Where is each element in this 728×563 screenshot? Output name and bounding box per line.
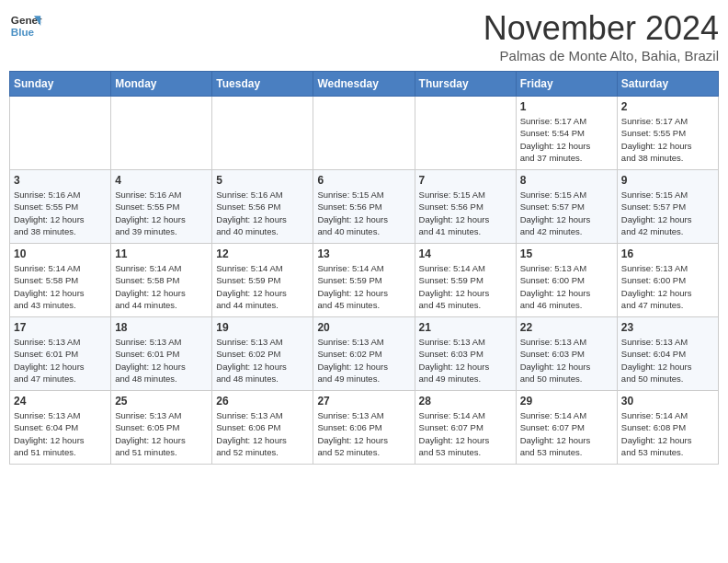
- calendar-cell: 10Sunrise: 5:14 AM Sunset: 5:58 PM Dayli…: [10, 244, 111, 317]
- weekday-header: Tuesday: [212, 72, 313, 97]
- day-number: 29: [520, 395, 613, 408]
- calendar-cell: 25Sunrise: 5:13 AM Sunset: 6:05 PM Dayli…: [111, 391, 212, 465]
- day-number: 4: [115, 174, 208, 187]
- month-title: November 2024: [483, 9, 719, 48]
- day-number: 1: [520, 100, 613, 113]
- calendar-cell: 11Sunrise: 5:14 AM Sunset: 5:58 PM Dayli…: [111, 244, 212, 317]
- svg-text:Blue: Blue: [11, 26, 35, 38]
- calendar-cell: [111, 97, 212, 170]
- day-info: Sunrise: 5:15 AM Sunset: 5:56 PM Dayligh…: [419, 189, 512, 237]
- calendar-cell: 21Sunrise: 5:13 AM Sunset: 6:03 PM Dayli…: [415, 317, 516, 391]
- calendar-cell: 14Sunrise: 5:14 AM Sunset: 5:59 PM Dayli…: [415, 244, 516, 317]
- day-info: Sunrise: 5:13 AM Sunset: 6:02 PM Dayligh…: [216, 336, 309, 385]
- day-number: 11: [115, 247, 208, 260]
- day-info: Sunrise: 5:14 AM Sunset: 5:58 PM Dayligh…: [115, 262, 208, 311]
- day-info: Sunrise: 5:16 AM Sunset: 5:55 PM Dayligh…: [115, 189, 208, 237]
- calendar-cell: 6Sunrise: 5:15 AM Sunset: 5:56 PM Daylig…: [313, 170, 415, 244]
- day-number: 25: [115, 395, 208, 408]
- calendar-cell: 9Sunrise: 5:15 AM Sunset: 5:57 PM Daylig…: [617, 170, 718, 244]
- day-info: Sunrise: 5:13 AM Sunset: 6:06 PM Dayligh…: [317, 409, 410, 458]
- calendar-cell: 8Sunrise: 5:15 AM Sunset: 5:57 PM Daylig…: [516, 170, 617, 244]
- logo: General Blue: [9, 9, 42, 42]
- day-number: 17: [14, 321, 107, 334]
- calendar-cell: 4Sunrise: 5:16 AM Sunset: 5:55 PM Daylig…: [111, 170, 212, 244]
- calendar-week-row: 10Sunrise: 5:14 AM Sunset: 5:58 PM Dayli…: [10, 244, 719, 317]
- page-header: General Blue November 2024 Palmas de Mon…: [9, 9, 719, 63]
- calendar-cell: 27Sunrise: 5:13 AM Sunset: 6:06 PM Dayli…: [313, 391, 415, 465]
- day-number: 27: [317, 395, 410, 408]
- calendar-cell: 16Sunrise: 5:13 AM Sunset: 6:00 PM Dayli…: [617, 244, 718, 317]
- calendar-week-row: 1Sunrise: 5:17 AM Sunset: 5:54 PM Daylig…: [10, 97, 719, 170]
- calendar-cell: [10, 97, 111, 170]
- weekday-header: Friday: [516, 72, 617, 97]
- day-info: Sunrise: 5:13 AM Sunset: 6:04 PM Dayligh…: [621, 336, 714, 385]
- calendar-cell: 23Sunrise: 5:13 AM Sunset: 6:04 PM Dayli…: [617, 317, 718, 391]
- calendar-cell: 15Sunrise: 5:13 AM Sunset: 6:00 PM Dayli…: [516, 244, 617, 317]
- day-info: Sunrise: 5:13 AM Sunset: 6:03 PM Dayligh…: [520, 336, 613, 385]
- calendar-cell: 18Sunrise: 5:13 AM Sunset: 6:01 PM Dayli…: [111, 317, 212, 391]
- calendar-week-row: 24Sunrise: 5:13 AM Sunset: 6:04 PM Dayli…: [10, 391, 719, 465]
- title-section: November 2024 Palmas de Monte Alto, Bahi…: [483, 9, 719, 63]
- day-info: Sunrise: 5:13 AM Sunset: 6:01 PM Dayligh…: [14, 336, 107, 385]
- day-info: Sunrise: 5:14 AM Sunset: 5:58 PM Dayligh…: [14, 262, 107, 311]
- day-number: 9: [621, 174, 714, 187]
- calendar-cell: 24Sunrise: 5:13 AM Sunset: 6:04 PM Dayli…: [10, 391, 111, 465]
- day-info: Sunrise: 5:14 AM Sunset: 6:07 PM Dayligh…: [419, 409, 512, 458]
- weekday-header-row: SundayMondayTuesdayWednesdayThursdayFrid…: [10, 72, 719, 97]
- day-number: 16: [621, 247, 714, 260]
- weekday-header: Wednesday: [313, 72, 415, 97]
- calendar-cell: 30Sunrise: 5:14 AM Sunset: 6:08 PM Dayli…: [617, 391, 718, 465]
- day-info: Sunrise: 5:14 AM Sunset: 6:07 PM Dayligh…: [520, 409, 613, 458]
- weekday-header: Sunday: [10, 72, 111, 97]
- calendar-cell: [313, 97, 415, 170]
- calendar-cell: 19Sunrise: 5:13 AM Sunset: 6:02 PM Dayli…: [212, 317, 313, 391]
- day-number: 14: [419, 247, 512, 260]
- day-number: 3: [14, 174, 107, 187]
- calendar-cell: [212, 97, 313, 170]
- day-info: Sunrise: 5:15 AM Sunset: 5:56 PM Dayligh…: [317, 189, 410, 237]
- day-info: Sunrise: 5:13 AM Sunset: 6:00 PM Dayligh…: [621, 262, 714, 311]
- day-number: 12: [216, 247, 309, 260]
- calendar-cell: 17Sunrise: 5:13 AM Sunset: 6:01 PM Dayli…: [10, 317, 111, 391]
- calendar-week-row: 17Sunrise: 5:13 AM Sunset: 6:01 PM Dayli…: [10, 317, 719, 391]
- day-number: 19: [216, 321, 309, 334]
- day-number: 15: [520, 247, 613, 260]
- calendar-cell: 3Sunrise: 5:16 AM Sunset: 5:55 PM Daylig…: [10, 170, 111, 244]
- day-info: Sunrise: 5:13 AM Sunset: 6:04 PM Dayligh…: [14, 409, 107, 458]
- day-number: 28: [419, 395, 512, 408]
- day-info: Sunrise: 5:14 AM Sunset: 5:59 PM Dayligh…: [317, 262, 410, 311]
- calendar-cell: 22Sunrise: 5:13 AM Sunset: 6:03 PM Dayli…: [516, 317, 617, 391]
- day-number: 5: [216, 174, 309, 187]
- day-number: 20: [317, 321, 410, 334]
- day-number: 2: [621, 100, 714, 113]
- day-info: Sunrise: 5:13 AM Sunset: 6:06 PM Dayligh…: [216, 409, 309, 458]
- day-info: Sunrise: 5:17 AM Sunset: 5:55 PM Dayligh…: [621, 115, 714, 164]
- calendar-cell: 5Sunrise: 5:16 AM Sunset: 5:56 PM Daylig…: [212, 170, 313, 244]
- location: Palmas de Monte Alto, Bahia, Brazil: [483, 48, 719, 63]
- day-info: Sunrise: 5:17 AM Sunset: 5:54 PM Dayligh…: [520, 115, 613, 164]
- day-number: 21: [419, 321, 512, 334]
- calendar: SundayMondayTuesdayWednesdayThursdayFrid…: [9, 71, 719, 465]
- day-number: 10: [14, 247, 107, 260]
- day-info: Sunrise: 5:13 AM Sunset: 6:03 PM Dayligh…: [419, 336, 512, 385]
- day-number: 22: [520, 321, 613, 334]
- day-info: Sunrise: 5:13 AM Sunset: 6:01 PM Dayligh…: [115, 336, 208, 385]
- calendar-cell: 13Sunrise: 5:14 AM Sunset: 5:59 PM Dayli…: [313, 244, 415, 317]
- calendar-cell: 28Sunrise: 5:14 AM Sunset: 6:07 PM Dayli…: [415, 391, 516, 465]
- calendar-cell: 20Sunrise: 5:13 AM Sunset: 6:02 PM Dayli…: [313, 317, 415, 391]
- calendar-cell: 2Sunrise: 5:17 AM Sunset: 5:55 PM Daylig…: [617, 97, 718, 170]
- day-info: Sunrise: 5:15 AM Sunset: 5:57 PM Dayligh…: [520, 189, 613, 237]
- day-info: Sunrise: 5:14 AM Sunset: 5:59 PM Dayligh…: [216, 262, 309, 311]
- day-info: Sunrise: 5:13 AM Sunset: 6:00 PM Dayligh…: [520, 262, 613, 311]
- day-number: 7: [419, 174, 512, 187]
- calendar-cell: 1Sunrise: 5:17 AM Sunset: 5:54 PM Daylig…: [516, 97, 617, 170]
- day-info: Sunrise: 5:16 AM Sunset: 5:56 PM Dayligh…: [216, 189, 309, 237]
- day-number: 13: [317, 247, 410, 260]
- day-number: 6: [317, 174, 410, 187]
- day-info: Sunrise: 5:16 AM Sunset: 5:55 PM Dayligh…: [14, 189, 107, 237]
- day-number: 8: [520, 174, 613, 187]
- day-number: 24: [14, 395, 107, 408]
- calendar-cell: 26Sunrise: 5:13 AM Sunset: 6:06 PM Dayli…: [212, 391, 313, 465]
- calendar-cell: 7Sunrise: 5:15 AM Sunset: 5:56 PM Daylig…: [415, 170, 516, 244]
- weekday-header: Monday: [111, 72, 212, 97]
